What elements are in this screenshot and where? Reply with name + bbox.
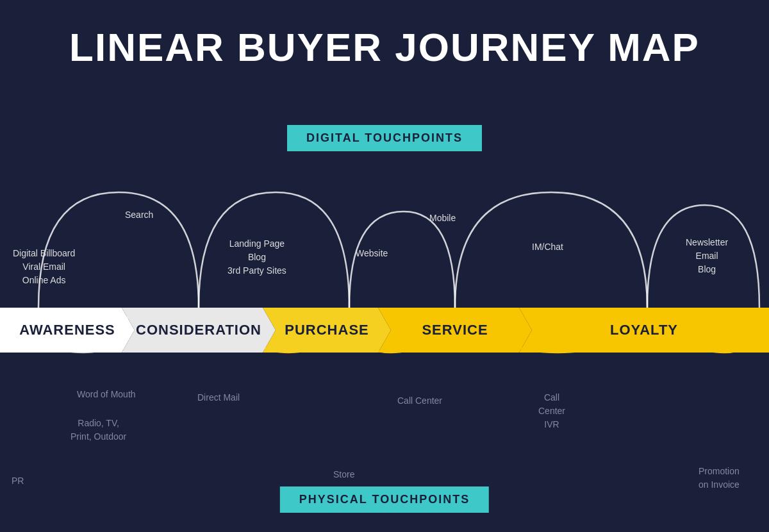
label-digital-billboard: Digital BillboardViral EmailOnline Ads: [13, 247, 75, 287]
label-store: Store: [333, 468, 354, 481]
label-landing-page: Landing PageBlog3rd Party Sites: [227, 237, 286, 278]
page-title: LINEAR BUYER JOURNEY MAP: [0, 0, 769, 69]
journey-bar: AWARENESS CONSIDERATION PURCHASE SERVICE…: [0, 308, 769, 353]
label-pr: PR: [12, 474, 24, 488]
label-call-center-ivr: CallCenterIVR: [538, 391, 565, 431]
stage-purchase: PURCHASE: [263, 308, 391, 353]
label-im-chat: IM/Chat: [532, 240, 563, 254]
stage-consideration: CONSIDERATION: [122, 308, 276, 353]
label-word-of-mouth: Word of Mouth: [77, 388, 136, 401]
label-promotion: Promotionon Invoice: [699, 465, 740, 492]
label-website: Website: [356, 247, 388, 260]
digital-touchpoints-label: DIGITAL TOUCHPOINTS: [287, 125, 482, 151]
label-mobile: Mobile: [429, 212, 456, 225]
stage-loyalty: LOYALTY: [519, 308, 769, 353]
label-call-center: Call Center: [397, 394, 442, 408]
label-radio-tv: Radio, TV,Print, Outdoor: [70, 417, 126, 444]
physical-touchpoints-label: PHYSICAL TOUCHPOINTS: [280, 486, 489, 513]
stage-awareness: AWARENESS: [0, 308, 135, 353]
label-direct-mail: Direct Mail: [197, 391, 240, 404]
stage-service: SERVICE: [378, 308, 532, 353]
label-search: Search: [125, 208, 153, 222]
label-newsletter: NewsletterEmailBlog: [686, 236, 728, 276]
